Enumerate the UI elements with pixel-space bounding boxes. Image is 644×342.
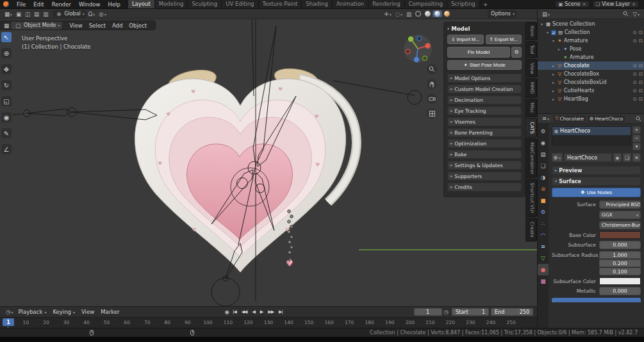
panel-section-eye-tracking[interactable]: ▸Eye Tracking (447, 106, 522, 115)
mode-toggle-4-icon[interactable]: ▥ (41, 11, 50, 17)
sidebar-tab-misc[interactable]: Misc (525, 99, 537, 117)
mode-toggle-1-icon[interactable]: ▣ (14, 11, 23, 17)
unlink-material-button[interactable]: ✕ (632, 153, 641, 162)
timeline-menu-marker[interactable]: Marker (97, 309, 122, 315)
scene-properties-tab[interactable]: ◑ (538, 172, 549, 183)
shading-material-button[interactable] (433, 10, 442, 17)
panel-section-custom-model-creation[interactable]: ▸Custom Model Creation (447, 85, 522, 94)
subsurface-radius-value[interactable]: 0.200 (599, 259, 641, 267)
panel-section-decimation[interactable]: ▸Decimation (447, 95, 522, 104)
disable-render-camera-icon[interactable]: ⊡ (639, 79, 643, 85)
measure-tool[interactable]: ∠ (1, 144, 12, 154)
add-slot-button[interactable]: + (632, 126, 641, 134)
menu-help[interactable]: Help (104, 0, 124, 9)
filter-funnel-icon[interactable]: ▽▾ (631, 11, 641, 17)
sidebar-tab-create[interactable]: Create (525, 218, 537, 241)
blender-logo-icon[interactable] (3, 1, 9, 7)
menu-edit[interactable]: Edit (29, 0, 47, 9)
move-tool[interactable]: ✥ (1, 64, 12, 74)
viewport-menu-object[interactable]: Object (126, 22, 150, 29)
menu-render[interactable]: Render (48, 0, 75, 9)
frame-end-field[interactable]: End 250 (491, 308, 533, 316)
expand-caret-icon[interactable]: ▾ (551, 38, 556, 43)
shading-wireframe-button[interactable] (413, 10, 423, 17)
disable-render-camera-icon[interactable]: ⊡ (639, 38, 643, 44)
expand-caret-icon[interactable]: ▸ (551, 97, 556, 101)
distribution-dropdown[interactable]: GGX (599, 211, 641, 219)
physics-properties-tab[interactable]: ◠ (538, 229, 549, 241)
panel-section-model-options[interactable]: ▸Model Options (447, 74, 522, 83)
transform-orientation-dropdown[interactable]: ⊕ Global ▾ (53, 10, 87, 18)
sidebar-tab-mmd[interactable]: MMD (525, 78, 537, 98)
workspace-tab-compositing[interactable]: Compositing (405, 0, 447, 8)
render-properties-tab[interactable]: ◉ (538, 137, 549, 149)
import-model-button[interactable]: ⇓Import M... (447, 35, 484, 44)
playhead-frame-tag[interactable]: 1 (3, 318, 14, 326)
outliner-row-chocolatebox[interactable]: ▸▽ChocolateBox⊙⊡ (538, 70, 644, 78)
outliner-row-armature[interactable]: ✶Armature (538, 53, 644, 61)
cursor-tool[interactable]: ⊕ (1, 48, 12, 58)
snap-magnet-icon[interactable]: Ω▾ (87, 11, 97, 17)
menu-file[interactable]: File (13, 0, 29, 9)
scene-selector[interactable]: ▣ Scene ✕ (555, 1, 589, 8)
workspace-tab-texture-paint[interactable]: Texture Paint (259, 0, 302, 8)
active-tool-properties-tab[interactable]: ⚙ (538, 126, 549, 137)
workspace-tab-uv-editing[interactable]: UV Editing (222, 0, 258, 8)
hide-viewport-eye-icon[interactable]: ⊙ (632, 63, 636, 69)
scene-unlink-icon[interactable]: ✕ (582, 2, 586, 7)
model-panel-header[interactable]: ▾ Model (447, 26, 522, 32)
navigation-gizmo[interactable] (402, 33, 433, 64)
output-properties-tab[interactable]: ▤ (538, 149, 549, 160)
expand-caret-icon[interactable]: ▾ (540, 22, 544, 26)
play-button[interactable]: ▶ (259, 309, 264, 314)
subsurface-slider[interactable]: 0.000 (599, 241, 641, 249)
auto-keying-record-icon[interactable]: ◉ (223, 309, 231, 315)
preview-panel-header[interactable]: ▸ Preview (552, 166, 641, 175)
viewport-menu-add[interactable]: Add (109, 22, 126, 29)
material-slot-list[interactable]: ◍ HeartChoco (552, 126, 631, 145)
fix-model-settings-button[interactable]: ⚙ (511, 47, 522, 58)
viewport-3d[interactable]: ▦▾ ▣ ◫ ▤ ▥ ⊕ Global ▾ Ω▾ ◎▾ ✛▾ ◌▾ ▥ Opti… (0, 9, 537, 306)
hide-viewport-eye-icon[interactable]: ⊙ (632, 71, 636, 77)
outliner-row-chocolate[interactable]: ▸▽Chocolate⊙⊡ (538, 61, 644, 70)
expand-caret-icon[interactable]: ▸ (551, 72, 556, 76)
frame-ruler[interactable]: 1 11020304050607080901001101201301401501… (0, 317, 537, 328)
disable-render-camera-icon[interactable]: ⊡ (639, 63, 643, 69)
editor-grid-icon[interactable]: ▦ (2, 22, 11, 29)
sidebar-tab-matcombiner[interactable]: MatCombiner (525, 138, 537, 178)
gizmo-toggle-icon[interactable]: ✛▾ (383, 11, 393, 17)
base-color-swatch[interactable] (599, 231, 641, 239)
prev-keyframe-button[interactable]: ◀◀ (240, 309, 249, 314)
expand-caret-icon[interactable]: ▸ (557, 47, 561, 51)
breadcrumb-material[interactable]: ◍ HeartChoco (588, 115, 625, 122)
remove-slot-button[interactable]: − (632, 134, 641, 142)
texture-properties-tab[interactable]: ▩ (538, 275, 549, 287)
timeline-menu-playback[interactable]: Playback (15, 309, 49, 315)
options-dropdown[interactable]: Options ▾ (488, 10, 516, 18)
shading-rendered-button[interactable] (442, 10, 452, 17)
rotate-tool[interactable]: ↻ (1, 80, 12, 90)
jump-to-start-button[interactable]: |◀ (231, 309, 238, 314)
panel-section-optimization[interactable]: ▸Optimization (447, 139, 522, 148)
next-keyframe-button[interactable]: ▶▶ (267, 309, 275, 314)
material-name-field[interactable]: HeartChoco (564, 153, 612, 162)
outliner-editor-icon[interactable]: ▤▾ (540, 11, 552, 17)
workspace-tab-animation[interactable]: Animation (333, 0, 368, 8)
subsurface-radius-value[interactable]: 1.000 (599, 251, 641, 259)
hide-viewport-eye-icon[interactable]: ⊙ (632, 88, 636, 94)
annotate-tool[interactable]: ✎ (1, 128, 12, 138)
object-data-properties-tab[interactable]: ▽ (538, 252, 549, 264)
outliner-row-collection[interactable]: ▾✓▤Collection⊙⊡ (538, 28, 644, 37)
interaction-mode-dropdown[interactable]: □ Object Mode ▾ (11, 22, 62, 29)
subsurface-radius-value[interactable]: 0.100 (599, 268, 641, 275)
disable-render-camera-icon[interactable]: ⊡ (639, 88, 643, 94)
panel-section-settings-updates[interactable]: ▸Settings & Updates (447, 161, 522, 170)
surface-shader-dropdown[interactable]: ◦Principled BSDF (599, 200, 641, 209)
search-icon[interactable] (636, 116, 641, 122)
outliner-row-scene-collection[interactable]: ▾ ▦ Scene Collection (538, 20, 644, 28)
use-nodes-button[interactable]: ❖Use Nodes (552, 188, 641, 197)
sidebar-tab-tool[interactable]: Tool (525, 41, 537, 58)
search-icon[interactable] (623, 11, 629, 17)
fix-model-button[interactable]: Fix Model (447, 47, 510, 58)
modifiers-properties-tab[interactable]: ⚙ (538, 206, 549, 218)
